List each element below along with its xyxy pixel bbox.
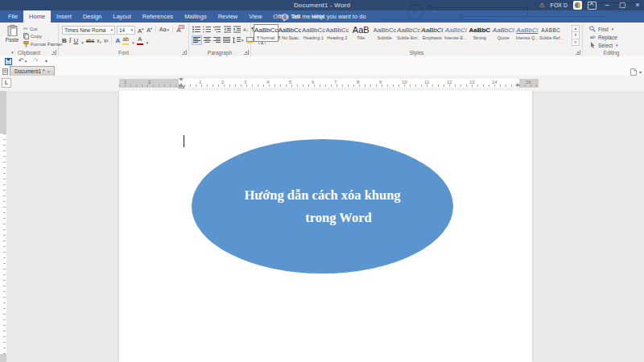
tab-stop-selector[interactable]: L xyxy=(2,78,11,88)
document-page[interactable]: Hướng dẫn cách xóa khung trong Word xyxy=(119,91,532,362)
tell-me-box[interactable]: Tell me what you want to do xyxy=(282,10,366,23)
style-subtle-ref[interactable]: AABBCSubtle Ref… xyxy=(539,25,563,41)
clipboard-dialog-launcher-icon[interactable] xyxy=(52,50,56,55)
multilevel-list-button[interactable] xyxy=(213,26,221,33)
sort-button[interactable]: A↓ xyxy=(243,27,249,33)
align-right-icon xyxy=(213,37,221,43)
document-tab-close-icon[interactable]: × xyxy=(47,69,51,74)
font-dialog-launcher-icon[interactable] xyxy=(182,50,187,55)
avatar[interactable] xyxy=(573,1,582,10)
subscript-button[interactable]: x₂ xyxy=(97,37,101,45)
font-size-combo[interactable]: 14 ▾ xyxy=(117,26,135,35)
bold-button[interactable]: B xyxy=(62,37,67,45)
tab-review[interactable]: Review xyxy=(213,10,244,23)
style-normal[interactable]: AaBbCc¶ Normal xyxy=(254,25,278,41)
ruler-number: 3 xyxy=(244,80,246,85)
copy-button[interactable]: Copy xyxy=(23,33,63,39)
style-title[interactable]: AaBTitle xyxy=(349,25,373,41)
justify-button[interactable] xyxy=(223,37,230,43)
select-dropdown-icon: ▾ xyxy=(616,43,618,47)
italic-button[interactable]: I xyxy=(69,37,72,45)
replace-button[interactable]: ab Replace xyxy=(589,35,618,40)
tab-design[interactable]: Design xyxy=(77,10,107,23)
increase-indent-button[interactable] xyxy=(233,26,241,33)
font-color-button[interactable]: A xyxy=(137,35,143,46)
first-line-indent-marker[interactable] xyxy=(179,78,184,81)
style-quote[interactable]: AaBbCiQuote xyxy=(492,25,515,41)
style-no-spac[interactable]: AaBbCc¶ No Spac… xyxy=(279,25,302,41)
style-strong[interactable]: AaBbCStrong xyxy=(469,25,492,41)
format-painter-button[interactable]: Format Painter xyxy=(23,41,63,47)
save-button[interactable] xyxy=(5,58,12,65)
tab-mailings[interactable]: Mailings xyxy=(179,10,213,23)
style-subtitle[interactable]: AaBbCcESubtitle xyxy=(374,25,397,41)
align-center-button[interactable] xyxy=(204,37,211,43)
clear-formatting-button[interactable]: A xyxy=(175,25,185,35)
tab-file[interactable]: File xyxy=(2,10,23,23)
styles-dialog-launcher-icon[interactable] xyxy=(576,50,580,55)
vertical-ruler-top-margin xyxy=(0,91,6,134)
oval-shape[interactable]: Hướng dẫn cách xóa khung trong Word xyxy=(192,139,453,274)
styles-more-icon[interactable]: ≡ xyxy=(572,39,580,46)
styles-scroll-up-icon[interactable]: ▲ xyxy=(572,25,580,32)
restore-button[interactable]: ▢ xyxy=(617,0,627,10)
numbering-button[interactable] xyxy=(203,26,211,33)
select-icon xyxy=(589,42,596,48)
account-user-name[interactable]: FOX D xyxy=(551,2,568,8)
highlight-button[interactable]: ab xyxy=(122,35,129,46)
bullets-button[interactable] xyxy=(192,26,200,33)
underline-dropdown-icon[interactable]: ▾ xyxy=(81,40,84,45)
decrease-indent-button[interactable] xyxy=(224,26,231,33)
line-spacing-icon xyxy=(233,37,241,43)
tab-references[interactable]: References xyxy=(137,10,179,23)
minimize-button[interactable]: – xyxy=(602,0,612,10)
grow-font-button[interactable]: A▴ xyxy=(137,25,144,35)
tab-view[interactable]: View xyxy=(243,10,267,23)
cut-button[interactable]: ✂ Cut xyxy=(23,26,63,31)
style-heading-1[interactable]: AaBbCcHeading 1 xyxy=(302,25,325,41)
style-emphasis[interactable]: AaBbCiEmphasis xyxy=(421,25,444,41)
align-left-button[interactable] xyxy=(192,36,201,44)
style-label: Heading 1 xyxy=(302,35,325,41)
tab-home[interactable]: Home xyxy=(23,10,51,23)
change-case-button[interactable]: Aa▾ xyxy=(159,26,170,34)
undo-button[interactable]: ↶▾ xyxy=(19,57,27,65)
right-indent-marker[interactable] xyxy=(515,83,520,86)
tab-insert[interactable]: Insert xyxy=(51,10,77,23)
document-tab-list-icon[interactable] xyxy=(2,68,8,75)
strikethrough-button[interactable]: abc xyxy=(86,37,94,45)
left-indent-marker[interactable] xyxy=(179,86,184,88)
decrease-indent-icon xyxy=(224,26,231,33)
tab-layout[interactable]: Layout xyxy=(107,10,137,23)
tab-options-dropdown-icon[interactable]: ▾ xyxy=(639,69,642,75)
style-subtle-em[interactable]: AaBbCcDSubtle Em… xyxy=(397,25,420,41)
superscript-button[interactable]: x² xyxy=(104,37,108,45)
tell-me-label: Tell me what you want to do xyxy=(291,13,366,20)
new-document-tab-icon[interactable] xyxy=(630,68,637,76)
underline-button[interactable]: U xyxy=(73,37,78,45)
shrink-font-button[interactable]: A▾ xyxy=(146,25,153,35)
warning-icon[interactable]: ⚠ xyxy=(539,2,544,9)
redo-button[interactable]: ↷ xyxy=(33,57,39,65)
font-color-dropdown-icon[interactable]: ▾ xyxy=(147,40,149,45)
ruler-number: 10 xyxy=(402,80,407,85)
style-intense-e[interactable]: AaBbCiIntense E… xyxy=(444,25,468,41)
style-label: Intense Q… xyxy=(516,35,539,41)
font-size-value: 14 xyxy=(119,27,125,33)
highlight-dropdown-icon[interactable]: ▾ xyxy=(132,40,134,45)
close-button[interactable]: × xyxy=(633,0,642,10)
style-intense-q[interactable]: AaBbCiIntense Q… xyxy=(516,25,539,41)
find-button[interactable]: Find ▾ xyxy=(589,26,618,32)
document-tab[interactable]: Document1 * × xyxy=(10,66,55,76)
vertical-ruler[interactable] xyxy=(0,91,6,362)
select-button[interactable]: Select ▾ xyxy=(589,42,618,48)
customize-qat-icon[interactable]: ▾ xyxy=(45,57,47,65)
ribbon-display-options-icon[interactable] xyxy=(588,2,597,10)
font-family-combo[interactable]: Times New Roma ▾ xyxy=(62,26,115,35)
text-effects-button[interactable]: A xyxy=(115,37,120,45)
align-right-button[interactable] xyxy=(213,37,221,43)
paragraph-dialog-launcher-icon[interactable] xyxy=(244,50,249,55)
styles-scroll-down-icon[interactable]: ▼ xyxy=(572,32,580,39)
line-spacing-button[interactable]: ▾ xyxy=(233,37,244,43)
style-heading-2[interactable]: AaBbCcEHeading 2 xyxy=(326,25,349,41)
